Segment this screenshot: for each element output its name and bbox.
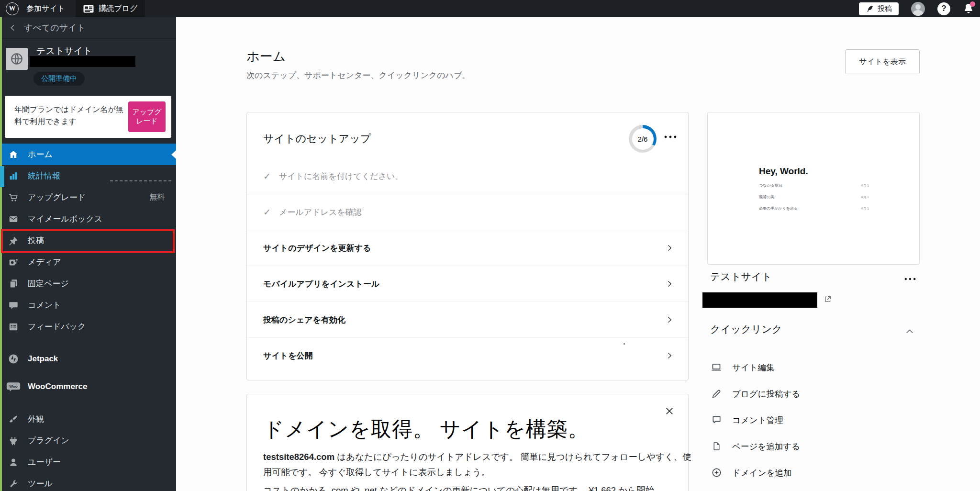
stats-icon xyxy=(6,171,21,181)
sidebar-item-label: コメント xyxy=(28,300,61,311)
feedback-icon xyxy=(6,322,21,332)
help-glyph: ? xyxy=(941,4,946,13)
task-label: サイトのデザインを更新する xyxy=(263,243,371,254)
quick-link-label: コメント管理 xyxy=(732,414,783,426)
upgrade-button[interactable]: アップグレード xyxy=(128,101,166,132)
notifications-bell-icon[interactable] xyxy=(963,3,974,14)
sidebar-item-comments[interactable]: コメント xyxy=(0,294,176,316)
sidebar-item-woocommerce[interactable]: Woo WooCommerce xyxy=(0,373,176,401)
site-status-badge: 公開準備中 xyxy=(33,72,85,86)
quick-link-label: ドメインを追加 xyxy=(732,467,792,479)
chevron-right-icon xyxy=(665,315,674,324)
task-name-your-site[interactable]: ✓ サイトに名前を付けてください。 xyxy=(247,158,688,194)
wordpress-logo-icon[interactable]: W xyxy=(6,2,19,15)
ellipsis-menu-icon[interactable] xyxy=(664,135,677,138)
quick-link-label: ブログに投稿する xyxy=(732,388,800,400)
pin-icon xyxy=(6,235,21,246)
all-sites-label: すべてのサイト xyxy=(24,22,86,33)
sidebar-item-jetpack[interactable]: Jetpack xyxy=(0,345,176,373)
sidebar: すべてのサイト テストサイト 公開準備中 年間プランではドメイン名が無料で利用で… xyxy=(0,17,176,491)
quick-link-label: サイト編集 xyxy=(732,362,775,373)
preview-post-row: つながる樹冠 4月 1 xyxy=(759,183,869,188)
check-icon: ✓ xyxy=(263,207,271,218)
left-edge-cyan-strip xyxy=(0,166,4,187)
free-badge: 無料 xyxy=(149,192,165,202)
task-label: 投稿のシェアを有効化 xyxy=(263,314,345,325)
sidebar-item-upgrades[interactable]: アップグレード 無料 xyxy=(0,187,176,208)
setup-progress-label: 2/6 xyxy=(632,128,654,150)
help-icon[interactable]: ? xyxy=(937,2,950,15)
domain-card-title: ドメインを取得。 サイトを構築。 xyxy=(263,415,589,443)
sidebar-item-users[interactable]: ユーザー xyxy=(0,451,176,473)
close-icon[interactable] xyxy=(665,407,674,415)
task-launch-site[interactable]: サイトを公開 xyxy=(247,337,688,373)
quick-links-list: サイト編集 ブログに投稿する コメント管理 ページを追加する ドメインを追加 xyxy=(710,354,920,486)
users-icon xyxy=(6,457,21,468)
sidebar-item-home[interactable]: ホーム xyxy=(0,144,176,165)
quick-link-label: ページを追加する xyxy=(732,441,800,452)
all-sites-back-link[interactable]: すべてのサイト xyxy=(0,17,176,39)
preview-site-heading: Hey, World. xyxy=(759,166,869,177)
quill-icon xyxy=(866,5,874,13)
view-site-button[interactable]: サイトを表示 xyxy=(845,49,920,74)
woocommerce-icon: Woo xyxy=(6,381,21,392)
sidebar-item-pages[interactable]: 固定ページ xyxy=(0,273,176,294)
cart-icon xyxy=(6,192,21,203)
quick-link-write-post[interactable]: ブログに投稿する xyxy=(710,380,920,407)
task-update-design[interactable]: サイトのデザインを更新する xyxy=(247,230,688,266)
task-enable-sharing[interactable]: 投稿のシェアを有効化 xyxy=(247,301,688,337)
chevron-up-icon[interactable] xyxy=(904,326,915,337)
topbar-right: 投稿 ? xyxy=(859,2,980,16)
sidebar-item-media[interactable]: メディア xyxy=(0,251,176,273)
domain-upsell-card: ドメインを取得。 サイトを構築。 testsite8264.com はあなたにぴ… xyxy=(246,394,689,491)
topbar-left: W 参加サイト 購読ブログ xyxy=(0,0,145,17)
preview-post-title: 必要の手がかりを辿る xyxy=(759,206,798,211)
sidebar-item-inbox[interactable]: マイメールボックス xyxy=(0,208,176,230)
my-sites-menu[interactable]: 参加サイト xyxy=(19,0,73,17)
reader-label: 購読ブログ xyxy=(99,4,137,14)
sidebar-item-label: WooCommerce xyxy=(28,382,87,391)
rail-site-title: テストサイト xyxy=(710,270,772,283)
sidebar-menu: ホーム 統計情報 アップグレード 無料 マイメールボックス 投稿 xyxy=(0,144,176,491)
sidebar-item-stats[interactable]: 統計情報 xyxy=(0,165,176,187)
reader-icon xyxy=(83,5,94,13)
plugin-icon xyxy=(6,435,21,446)
site-globe-icon xyxy=(6,48,28,70)
wordpress-logo-letter: W xyxy=(9,5,16,12)
sidebar-item-appearance[interactable]: 外観 xyxy=(0,408,176,430)
cursor-dot-artifact xyxy=(624,343,625,345)
sidebar-item-tools[interactable]: ツール xyxy=(0,473,176,491)
my-sites-label: 参加サイト xyxy=(26,4,65,14)
quick-link-edit-site[interactable]: サイト編集 xyxy=(710,354,920,380)
task-install-app[interactable]: モバイルアプリをインストール xyxy=(247,266,688,301)
site-preview-card[interactable]: Hey, World. つながる樹冠 4月 1 廃墟の美 4月 1 必要の手がか… xyxy=(707,112,920,265)
notification-dot xyxy=(970,1,975,7)
sidebar-item-label: メディア xyxy=(28,257,61,268)
sidebar-item-label: 統計情報 xyxy=(28,170,60,181)
woocommerce-icon-label: Woo xyxy=(9,384,17,389)
page-title: ホーム xyxy=(246,48,286,65)
right-rail: Hey, World. つながる樹冠 4月 1 廃墟の美 4月 1 必要の手がか… xyxy=(707,112,920,491)
comment-icon xyxy=(710,414,723,425)
sidebar-item-plugins[interactable]: プラグイン xyxy=(0,430,176,451)
chevron-right-icon xyxy=(665,351,674,360)
task-label: サイトを公開 xyxy=(263,350,313,361)
quick-link-manage-comments[interactable]: コメント管理 xyxy=(710,407,920,433)
quick-link-add-domain[interactable]: ドメインを追加 xyxy=(710,459,920,486)
quick-link-add-page[interactable]: ページを追加する xyxy=(710,433,920,459)
ellipsis-menu-icon[interactable] xyxy=(904,278,916,280)
sidebar-item-posts[interactable]: 投稿 xyxy=(0,230,176,251)
page-subtitle: 次のステップ、サポートセンター、クイックリンクのハブ。 xyxy=(246,70,470,81)
avatar[interactable] xyxy=(911,2,925,16)
reader-menu[interactable]: 購読ブログ xyxy=(76,0,145,17)
upgrade-banner: 年間プランではドメイン名が無料で利用できます アップグレード xyxy=(5,96,171,138)
task-verify-email[interactable]: ✓ メールアドレスを確認 xyxy=(247,194,688,230)
suggested-domain: testsite8264.com xyxy=(263,452,334,462)
task-label: モバイルアプリをインストール xyxy=(263,279,379,290)
new-post-button[interactable]: 投稿 xyxy=(859,2,899,15)
sidebar-item-label: ユーザー xyxy=(28,457,61,468)
sidebar-item-label: Jetpack xyxy=(28,354,58,364)
external-link-icon[interactable] xyxy=(824,295,832,303)
tools-wrench-icon xyxy=(6,479,21,489)
sidebar-item-feedback[interactable]: フィードバック xyxy=(0,316,176,337)
